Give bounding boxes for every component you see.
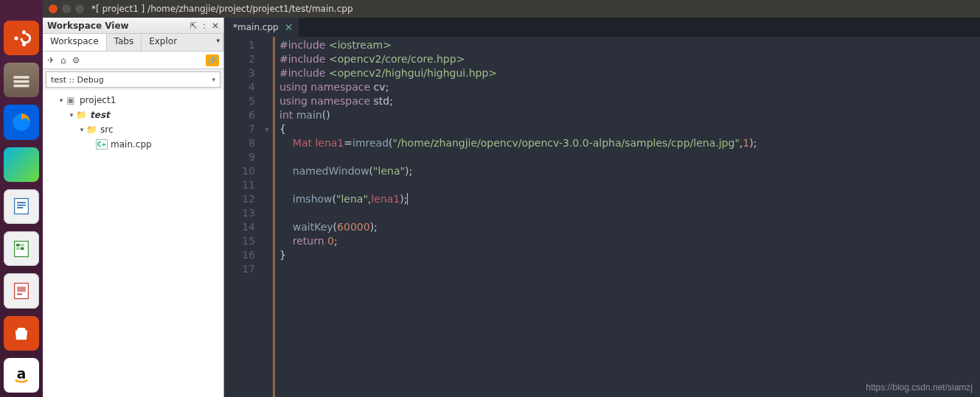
svg-rect-18 xyxy=(17,293,22,295)
panel-pin-icon[interactable]: ⇱ xyxy=(190,21,197,31)
sidebar-tabs: Workspace Tabs Explor xyxy=(43,34,223,52)
svg-point-1 xyxy=(22,30,26,34)
panel-header: Workspace View ⇱ : ✕ xyxy=(43,18,223,34)
svg-text:a: a xyxy=(17,366,27,382)
project-icon: ▣ xyxy=(65,95,77,105)
fold-icon[interactable]: ▾ xyxy=(261,122,273,136)
window-titlebar: *[ project1 ] /home/zhangjie/project/pro… xyxy=(43,0,980,18)
editor-tab-label: *main.cpp xyxy=(233,22,279,32)
window-title: *[ project1 ] /home/zhangjie/project/pro… xyxy=(91,4,353,14)
svg-rect-5 xyxy=(14,85,29,88)
tab-workspace[interactable]: Workspace xyxy=(43,34,107,51)
files-icon[interactable] xyxy=(4,63,39,97)
svg-point-0 xyxy=(14,36,18,40)
home-icon[interactable]: ⌂ xyxy=(60,55,66,66)
window-close-icon[interactable] xyxy=(49,4,58,13)
unity-launcher: a xyxy=(0,0,43,397)
tree-label: test xyxy=(90,110,110,120)
tree-file-main[interactable]: C+ main.cpp xyxy=(43,137,223,152)
svg-rect-3 xyxy=(14,76,29,79)
fold-column: ▾ xyxy=(261,37,273,397)
tab-tabs[interactable]: Tabs xyxy=(107,34,142,51)
amazon-icon[interactable]: a xyxy=(4,358,39,393)
code-text[interactable]: #include <iostream> #include <opencv2/co… xyxy=(275,37,980,397)
tree-folder-test[interactable]: ▾ 📁 test xyxy=(43,108,223,122)
folder-icon: 📁 xyxy=(75,110,87,120)
twisty-icon[interactable]: ▾ xyxy=(78,126,86,133)
svg-rect-14 xyxy=(16,247,20,250)
main-area: *[ project1 ] /home/zhangjie/project/pro… xyxy=(43,0,980,397)
software-store-icon[interactable] xyxy=(4,316,39,351)
workspace-sidebar: Workspace View ⇱ : ✕ Workspace Tabs Expl… xyxy=(43,18,224,397)
calc-icon[interactable] xyxy=(4,231,39,266)
svg-rect-4 xyxy=(14,80,29,83)
config-combo-value: test :: Debug xyxy=(51,75,104,85)
config-combo[interactable]: test :: Debug xyxy=(46,71,220,88)
twisty-icon[interactable]: ▾ xyxy=(68,111,75,119)
panel-max-icon[interactable]: : xyxy=(203,21,206,31)
svg-rect-7 xyxy=(15,199,29,214)
twisty-icon[interactable]: ▾ xyxy=(58,96,65,104)
writer-icon[interactable] xyxy=(4,189,39,224)
svg-rect-13 xyxy=(21,244,24,247)
line-gutter: 123 456 789 101112 131415 1617 xyxy=(224,37,261,397)
tree-label: main.cpp xyxy=(111,139,152,150)
editor-tab-main[interactable]: *main.cpp ✕ xyxy=(224,18,299,37)
watermark-text: https://blog.csdn.net/siamzj xyxy=(866,382,973,393)
svg-rect-8 xyxy=(17,203,26,204)
folder-icon: 📁 xyxy=(86,124,97,135)
tree-label: project1 xyxy=(80,95,116,105)
svg-rect-10 xyxy=(17,208,23,209)
panel-close-icon[interactable]: ✕ xyxy=(212,21,219,31)
tab-close-icon[interactable]: ✕ xyxy=(285,22,293,32)
window-maximize-icon[interactable] xyxy=(75,4,84,13)
tree-folder-src[interactable]: ▾ 📁 src xyxy=(43,122,223,137)
gear-icon[interactable]: ⚙ xyxy=(72,55,80,66)
edit-bar xyxy=(273,37,275,397)
svg-rect-9 xyxy=(17,205,26,206)
window-minimize-icon[interactable] xyxy=(62,4,71,13)
send-icon[interactable]: ✈ xyxy=(47,55,55,66)
svg-rect-15 xyxy=(21,247,24,250)
link-icon[interactable]: 🔗 xyxy=(206,55,219,66)
impress-icon[interactable] xyxy=(4,273,39,308)
tiles-icon[interactable] xyxy=(4,147,39,182)
svg-rect-12 xyxy=(16,244,20,247)
cpp-file-icon: C+ xyxy=(96,139,108,150)
editor-tabstrip: *main.cpp ✕ xyxy=(224,18,980,37)
project-tree: ▾ ▣ project1 ▾ 📁 test ▾ 📁 src C+ xyxy=(43,90,223,397)
dash-icon[interactable] xyxy=(4,21,39,55)
editor-area: *main.cpp ✕ 123 456 789 101112 131415 16… xyxy=(224,18,980,397)
firefox-icon[interactable] xyxy=(4,105,39,139)
code-editor[interactable]: 123 456 789 101112 131415 1617 ▾ #includ… xyxy=(224,37,980,397)
tab-explorer[interactable]: Explor xyxy=(142,34,223,51)
svg-rect-17 xyxy=(17,287,26,292)
panel-title: Workspace View xyxy=(47,21,187,31)
sidebar-toolbar: ✈ ⌂ ⚙ 🔗 xyxy=(43,52,223,69)
tree-label: src xyxy=(100,124,114,135)
tree-project-root[interactable]: ▾ ▣ project1 xyxy=(43,93,223,108)
